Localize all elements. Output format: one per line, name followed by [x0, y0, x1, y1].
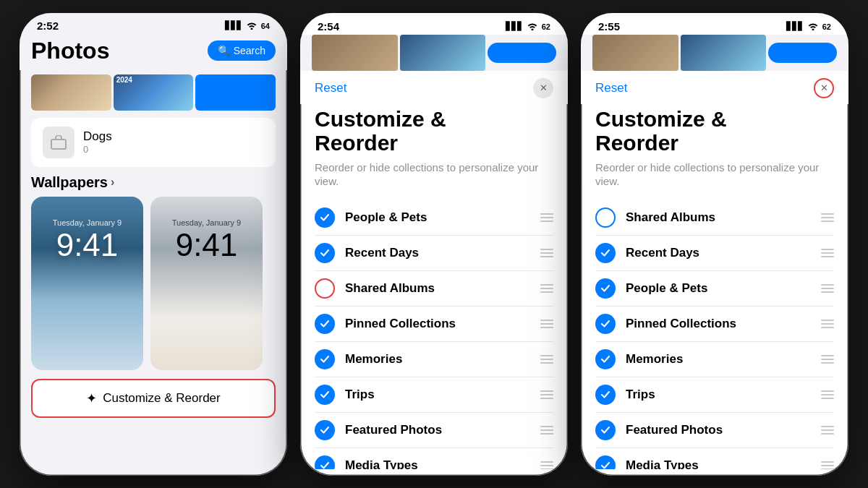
status-bar-3: 2:55 ▋▋▋ 62 [581, 13, 848, 35]
check-circle[interactable] [315, 455, 335, 469]
check-circle[interactable] [315, 420, 335, 440]
photos-header: Photos 🔍 Search [20, 35, 287, 70]
photo-thumb-1[interactable] [31, 74, 111, 111]
drag-handle[interactable] [821, 318, 834, 330]
drag-handle[interactable] [540, 424, 553, 436]
close-icon-2: ✕ [540, 82, 548, 93]
customize-btn-label: Customize & Reorder [103, 391, 221, 406]
signal-icon: ▋▋▋ [225, 21, 242, 30]
drag-handle[interactable] [821, 354, 834, 365]
list-item: Memories [315, 342, 553, 377]
item-label: Featured Photos [345, 423, 530, 437]
check-circle[interactable] [595, 455, 616, 469]
reorder-content-2[interactable]: Customize & Reorder Reorder or hide coll… [300, 104, 568, 469]
drag-handle[interactable] [540, 283, 553, 294]
check-circle[interactable] [595, 314, 616, 334]
close-button-2[interactable]: ✕ [533, 78, 553, 98]
wallpapers-row: Tuesday, January 9 9:41 Tuesday, January… [31, 197, 276, 370]
wallpapers-header[interactable]: Wallpapers › [31, 174, 276, 191]
item-label: Memories [345, 352, 530, 367]
list-item: Pinned Collections [315, 307, 553, 342]
item-label: People & Pets [345, 210, 530, 225]
wallpapers-chevron: › [111, 176, 114, 189]
drag-handle[interactable] [821, 460, 834, 469]
peek-1 [312, 35, 398, 71]
drag-handle[interactable] [540, 460, 553, 469]
wallpaper-2-clock: 9:41 [150, 227, 263, 263]
rainbow-icon: ✦ [86, 390, 97, 406]
wallpaper-1[interactable]: Tuesday, January 9 9:41 [31, 197, 143, 370]
drag-handle[interactable] [821, 389, 834, 401]
peek-3-2 [681, 35, 767, 71]
drag-handle[interactable] [540, 354, 553, 365]
list-item: Featured Photos [595, 413, 834, 448]
list-item: Recent Days [595, 236, 834, 271]
unchecked-circle-highlighted[interactable] [315, 278, 335, 299]
item-label: Shared Albums [626, 210, 811, 225]
list-item: Featured Photos [315, 413, 553, 448]
item-label: Memories [626, 352, 811, 367]
list-item-shared-albums: Shared Albums [315, 271, 553, 307]
item-label: Trips [626, 388, 811, 402]
status-icons-3: ▋▋▋ 62 [786, 22, 831, 32]
check-circle[interactable] [595, 243, 616, 263]
check-circle[interactable] [315, 314, 335, 334]
check-circle[interactable] [315, 207, 335, 228]
wifi-icon-2 [527, 22, 538, 32]
wallpaper-1-clock: 9:41 [31, 227, 143, 263]
album-info: Dogs 0 [83, 129, 112, 155]
wallpaper-2[interactable]: Tuesday, January 9 9:41 [150, 197, 263, 370]
search-button[interactable]: 🔍 Search [208, 40, 276, 61]
peek-3 [488, 43, 556, 63]
drag-handle[interactable] [821, 283, 834, 294]
reorder-topbar-2: Reset ✕ [300, 71, 568, 104]
list-item: Trips [595, 377, 834, 413]
drag-handle[interactable] [540, 318, 553, 330]
photo-thumb-3[interactable] [195, 74, 276, 111]
check-circle[interactable] [595, 278, 616, 299]
list-item: Pinned Collections [595, 307, 834, 342]
drag-handle[interactable] [821, 247, 834, 259]
drag-handle[interactable] [821, 424, 834, 436]
item-label: Recent Days [345, 246, 530, 260]
item-label: Trips [345, 388, 530, 402]
customize-reorder-button[interactable]: ✦ Customize & Reorder [31, 379, 276, 418]
status-icons-1: ▋▋▋ 64 [225, 21, 270, 31]
reorder-content-3[interactable]: Customize & Reorder Reorder or hide coll… [581, 104, 848, 469]
check-circle[interactable] [595, 420, 616, 440]
check-circle[interactable] [595, 349, 616, 369]
battery-icon: 64 [261, 22, 270, 30]
check-circle[interactable] [315, 349, 335, 369]
phone-2: 2:54 ▋▋▋ 62 Reset ✕ Customize & [300, 13, 568, 476]
peek-area-2 [300, 35, 568, 71]
phone-3: 2:55 ▋▋▋ 62 Reset ✕ Customize & [581, 13, 848, 476]
peek-3-1 [592, 35, 678, 71]
reset-button-3[interactable]: Reset [595, 81, 627, 95]
unchecked-circle-3[interactable] [595, 207, 616, 228]
status-bar-2: 2:54 ▋▋▋ 62 [300, 13, 568, 35]
list-item: Media Types [595, 448, 834, 469]
wifi-icon-3 [807, 22, 819, 32]
status-bar-1: 2:52 ▋▋▋ 64 [20, 13, 287, 35]
dogs-album[interactable]: Dogs 0 [31, 118, 276, 167]
close-button-3-highlighted[interactable]: ✕ [814, 78, 834, 98]
check-circle[interactable] [315, 385, 335, 405]
album-icon [43, 127, 75, 158]
check-circle[interactable] [595, 385, 616, 405]
list-item: Media Types [315, 448, 553, 469]
wifi-icon [246, 21, 258, 31]
drag-handle[interactable] [540, 212, 553, 223]
item-label: Recent Days [626, 246, 811, 260]
list-item-shared-albums-top: Shared Albums ↓ [595, 200, 834, 236]
list-item: People & Pets [315, 200, 553, 236]
reset-button-2[interactable]: Reset [315, 81, 346, 95]
item-label: Shared Albums [345, 281, 530, 296]
photo-thumb-2[interactable]: 2024 [114, 74, 194, 111]
reorder-title-2: Customize & Reorder [315, 107, 553, 155]
drag-handle[interactable] [821, 212, 834, 223]
check-circle[interactable] [315, 243, 335, 263]
drag-handle[interactable] [540, 247, 553, 259]
close-icon-3: ✕ [820, 82, 828, 93]
drag-handle[interactable] [540, 389, 553, 401]
peek-2 [400, 35, 486, 71]
